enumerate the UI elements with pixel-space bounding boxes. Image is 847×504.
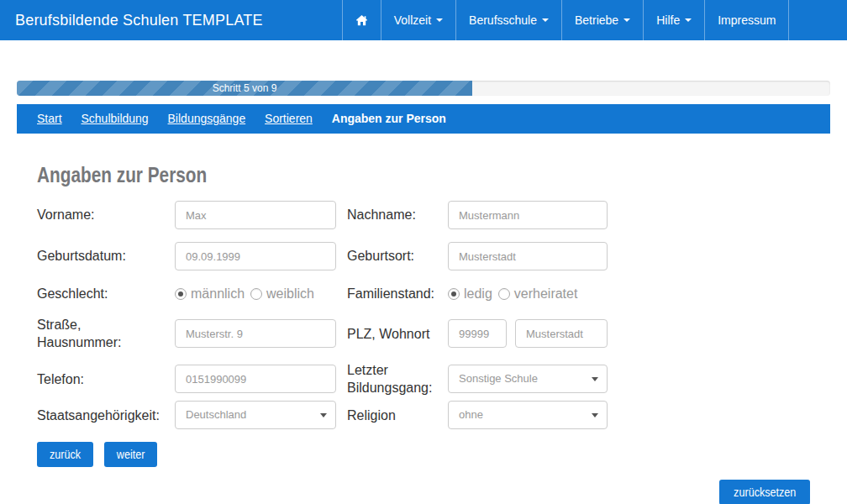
page-title: Angaben zur Person — [37, 162, 655, 188]
nav-hilfe[interactable]: Hilfe — [644, 0, 705, 40]
plz-wohnort-label: PLZ, Wohnort — [347, 325, 448, 343]
reset-button-label: zurücksetzen — [734, 486, 796, 499]
chevron-down-icon — [542, 18, 549, 22]
brand-title: Berufsbildende Schulen TEMPLATE — [0, 0, 278, 40]
geburtsort-label: Geburtsort: — [347, 247, 448, 265]
nav-home[interactable] — [342, 0, 381, 40]
breadcrumb-bildungsgaenge[interactable]: Bildungsgänge — [168, 112, 246, 125]
form-row: Telefon: Letzter Bildungsgang: Sonstige … — [37, 361, 810, 396]
top-navbar: Berufsbildende Schulen TEMPLATE Vollzeit… — [0, 0, 847, 40]
chevron-down-icon — [685, 18, 692, 22]
form-row: Geburtsdatum: Geburtsort: — [37, 242, 810, 270]
bildungsgang-label: Letzter Bildungsgang: — [347, 361, 448, 396]
religion-select[interactable]: ohne — [448, 401, 608, 429]
telefon-label: Telefon: — [37, 370, 175, 388]
nav-betriebe-label: Betriebe — [575, 13, 618, 27]
form-row: Straße, Hausnummer: PLZ, Wohnort — [37, 316, 810, 351]
plz-input[interactable] — [448, 319, 507, 348]
dropdown-arrow-icon — [592, 413, 598, 417]
next-button[interactable]: weiter — [104, 442, 157, 467]
nav-hilfe-label: Hilfe — [656, 13, 680, 27]
nachname-label: Nachname: — [347, 206, 448, 223]
breadcrumb: Start Schulbildung Bildungsgänge Sortier… — [17, 104, 830, 134]
radio-maennlich[interactable] — [175, 288, 187, 300]
breadcrumb-sortieren[interactable]: Sortieren — [265, 112, 313, 125]
radio-verheiratet-label: verheiratet — [514, 286, 578, 302]
breadcrumb-schulbildung[interactable]: Schulbildung — [81, 112, 148, 125]
familienstand-label: Familienstand: — [347, 285, 448, 302]
nav-impressum[interactable]: Impressum — [705, 0, 789, 40]
progress-label: Schritt 5 von 9 — [213, 82, 277, 94]
staatsangehoerigkeit-select-value: Deutschland — [186, 408, 246, 421]
chevron-down-icon — [623, 18, 630, 22]
nav-vollzeit[interactable]: Vollzeit — [381, 0, 456, 40]
geburtsdatum-label: Geburtsdatum: — [37, 247, 175, 265]
form-row: Vorname: Nachname: — [37, 201, 810, 229]
geburtsdatum-input[interactable] — [175, 242, 336, 270]
nav-berufsschule-label: Berufsschule — [469, 13, 537, 27]
form-row: Staatsangehörigkeit: Deutschland Religio… — [37, 401, 810, 429]
nav-impressum-label: Impressum — [718, 13, 776, 27]
radio-maennlich-label: männlich — [191, 286, 245, 302]
staatsangehoerigkeit-select[interactable]: Deutschland — [175, 401, 336, 429]
geschlecht-label: Geschlecht: — [37, 285, 175, 302]
religion-select-value: ohne — [459, 408, 483, 421]
bildungsgang-select[interactable]: Sonstige Schule — [448, 365, 608, 393]
back-button-label: zurück — [50, 448, 81, 461]
dropdown-arrow-icon — [320, 413, 327, 417]
nav-berufsschule[interactable]: Berufsschule — [456, 0, 562, 40]
vorname-input[interactable] — [175, 201, 336, 229]
progress-bar: Schritt 5 von 9 — [17, 81, 472, 96]
religion-label: Religion — [347, 407, 448, 424]
radio-ledig[interactable] — [448, 288, 460, 300]
geburtsort-input[interactable] — [448, 242, 608, 270]
strasse-label: Straße, Hausnummer: — [37, 316, 131, 351]
chevron-down-icon — [436, 18, 443, 22]
next-button-label: weiter — [117, 448, 145, 461]
vorname-label: Vorname: — [37, 206, 175, 223]
reset-button[interactable]: zurücksetzen — [719, 480, 810, 504]
radio-ledig-label: ledig — [464, 286, 492, 302]
nav-betriebe[interactable]: Betriebe — [562, 0, 644, 40]
home-icon — [355, 14, 368, 27]
back-button[interactable]: zurück — [37, 442, 93, 467]
progress-track: Schritt 5 von 9 — [17, 81, 830, 96]
strasse-input[interactable] — [175, 319, 336, 348]
nav-vollzeit-label: Vollzeit — [394, 13, 431, 27]
radio-weiblich[interactable] — [250, 288, 262, 300]
radio-weiblich-label: weiblich — [266, 286, 314, 302]
dropdown-arrow-icon — [592, 377, 598, 381]
form-row: Geschlecht: männlich weiblich Familienst… — [37, 283, 810, 305]
wohnort-input[interactable] — [515, 319, 608, 348]
bildungsgang-select-value: Sonstige Schule — [459, 372, 538, 385]
telefon-input[interactable] — [175, 365, 336, 393]
main-nav: Vollzeit Berufsschule Betriebe Hilfe Imp… — [342, 0, 790, 40]
radio-verheiratet[interactable] — [498, 288, 510, 300]
nachname-input[interactable] — [448, 201, 608, 229]
staatsangehoerigkeit-label: Staatsangehörigkeit: — [37, 407, 175, 424]
breadcrumb-start[interactable]: Start — [37, 112, 62, 125]
breadcrumb-current: Angaben zur Person — [332, 112, 446, 125]
